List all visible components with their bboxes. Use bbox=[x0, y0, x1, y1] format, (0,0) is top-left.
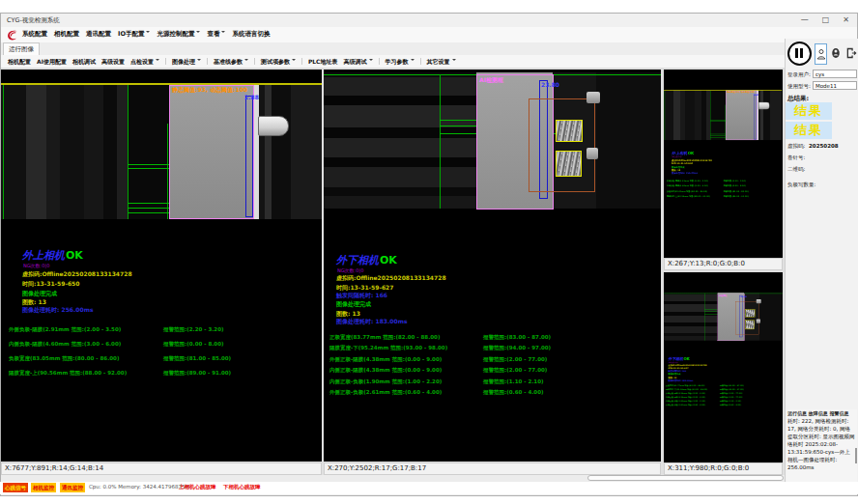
menu-item-view[interactable]: 查看 bbox=[207, 29, 225, 39]
model-input[interactable]: Mode11 bbox=[813, 81, 857, 90]
camera-title: 外上相机OK bbox=[22, 248, 83, 263]
toolbar-item-advanced-settings[interactable]: 高级设置 bbox=[101, 57, 125, 67]
minimize-button[interactable]: — bbox=[801, 15, 809, 24]
edge-line bbox=[440, 74, 441, 209]
log-text: 耗时: 222, 网络检测耗时: 17, 网络分类耗时: 0, 网络提取分区耗时… bbox=[787, 418, 855, 472]
menu-item-camera-config[interactable]: 相机配置 bbox=[54, 29, 79, 39]
done-line: 图像处理完成 bbox=[336, 300, 371, 309]
measurement-row: 外侧负极-隔膜(2.91mm 范围:(2.00 - 3.50) 报警范围:(2.… bbox=[1, 326, 322, 334]
measurement-name: 内侧负极-隔膜(4.60mm 范围:(3.00 - 6.00) bbox=[9, 341, 121, 348]
toolbar-item-spot-check[interactable]: 点检设置 bbox=[130, 57, 159, 67]
toolbar-item-baseline-params[interactable]: 基准线参数 bbox=[214, 57, 248, 67]
horizontal-scrollbar[interactable] bbox=[1, 475, 785, 482]
menu-item-light-control-config[interactable]: 光源控制配置 bbox=[157, 29, 200, 39]
user-label: 登录用户: bbox=[787, 71, 811, 78]
camera-canvas-lower[interactable]: AI检测框 23.80 外下相机OK NG次数:0|0 虚拟码:Offline2… bbox=[324, 70, 661, 462]
admin-user-button[interactable] bbox=[830, 43, 843, 65]
login-user-button[interactable] bbox=[815, 43, 827, 65]
log-tabs: 运行信息 故障信息 报警信息 bbox=[787, 410, 849, 416]
measurement-name: 外侧正极-负极(2.61mm 范围:(0.60 - 4.00) bbox=[666, 405, 705, 406]
menu-item-system-config[interactable]: 系统配置 bbox=[22, 29, 47, 39]
measurement-row: 外侧正极-隔膜(4.38mm 范围:(0.00 - 9.00) 报警范围:(2.… bbox=[324, 356, 661, 364]
user-input[interactable]: cys bbox=[813, 70, 857, 78]
menu-item-comm-config[interactable]: 通讯配置 bbox=[86, 29, 111, 39]
measurement-row: 内侧正极-隔膜(4.38mm 范围:(0.00 - 9.00) 报警范围:(2.… bbox=[324, 367, 661, 375]
elapsed-line: 图像处理耗时: 183.00ms bbox=[669, 378, 694, 381]
detection-roi-box: 静态阈值:93, 动态阈值:100 bbox=[726, 91, 757, 140]
threshold-label: 静态阈值:93, 动态阈值:100 bbox=[727, 91, 755, 94]
tab-run-image[interactable]: 运行图像 bbox=[3, 42, 40, 55]
pause-button[interactable] bbox=[787, 42, 812, 66]
ai-detect-box bbox=[745, 309, 755, 317]
camera-image: AI检测框 23.80 bbox=[664, 293, 783, 341]
upper-camera-fault: 上相机心跳故障 bbox=[179, 484, 216, 490]
measurement-alarm: 报警范围:(0.00 - 8.00) bbox=[163, 341, 223, 348]
measurement-name: 内侧负极-隔膜(4.60mm 范围:(3.00 - 6.00) bbox=[667, 184, 708, 187]
camera-title: 外下相机OK bbox=[336, 253, 397, 267]
maximize-button[interactable]: □ bbox=[822, 15, 830, 24]
measurement-alarm: 报警范围:(0.00 - 8.00) bbox=[724, 184, 746, 187]
measurement-alarm: 报警范围:(83.00 - 87.00) bbox=[483, 334, 551, 341]
measurement-name: 正极宽度(83.77mm 范围:(82.00 - 88.00) bbox=[666, 384, 704, 386]
barcode-label: 虚拟码: bbox=[787, 143, 805, 150]
menu-item-language-switch[interactable]: 系统语言切换 bbox=[232, 29, 270, 39]
toolbar-item-camera-debug[interactable]: 相机调试 bbox=[72, 57, 96, 67]
model-label: 使用型号: bbox=[787, 83, 811, 90]
measurement-row: 隔膜宽度-下(95.24mm 范围:(93.00 - 98.00) 报警范围:(… bbox=[324, 345, 661, 352]
clamp-object bbox=[757, 320, 760, 323]
measurement-name: 隔膜宽度-下(95.24mm 范围:(93.00 - 98.00) bbox=[329, 345, 447, 351]
count-label: 负极写数量: bbox=[787, 182, 815, 188]
toolbar-item-plc-address[interactable]: PLC地址表 bbox=[308, 57, 338, 67]
ai-detect-box bbox=[745, 321, 755, 330]
measurement-alarm: 报警范围:(89.00 - 91.00) bbox=[163, 370, 231, 377]
toolbar-item-camera-config[interactable]: 相机配置 bbox=[8, 57, 31, 67]
measurement-alarm: 报警范围:(94.00 - 97.00) bbox=[720, 388, 744, 390]
ai-roi-label: AI检测框 bbox=[479, 76, 503, 85]
measurement-row: 内侧负极-隔膜(4.60mm 范围:(3.00 - 6.00) 报警范围:(0.… bbox=[664, 184, 782, 187]
measurement-alarm: 报警范围:(89.00 - 91.00) bbox=[724, 195, 749, 198]
barcode-value: 20250208 bbox=[809, 143, 839, 149]
edge-line bbox=[440, 126, 476, 126]
camera-monitor-badge: 相机监控 bbox=[31, 483, 56, 492]
gauge-value-label: 2.88 bbox=[754, 94, 758, 97]
thumbnail-canvas-lower[interactable]: AI检测框 23.80 外下相机OK NG次数:0|0 虚拟码:Offline2… bbox=[664, 272, 783, 462]
elapsed-line: 图像处理耗时: 183.00ms bbox=[336, 318, 407, 326]
toolbar-item-advanced-debug[interactable]: 高级调试 bbox=[344, 57, 373, 67]
close-button[interactable]: ✕ bbox=[843, 15, 849, 24]
measurement-name: 隔膜宽度-上(90.56mm 范围:(88.00 - 92.00) bbox=[667, 195, 710, 198]
measurement-alarm: 报警范围:(2.00 - 77.00) bbox=[483, 367, 547, 374]
toolbar-item-ai-config[interactable]: AI使用配置 bbox=[37, 57, 67, 67]
clamp-object bbox=[757, 299, 761, 303]
barcode-line: 虚拟码:Offline20250208133134728 bbox=[22, 270, 132, 279]
measurement-name: 内侧正极-负极(1.90mm 范围:(1.00 - 2.20) bbox=[329, 378, 442, 385]
baseline-line bbox=[1, 83, 322, 85]
toolbar-item-learning-params[interactable]: 学习参数 bbox=[386, 57, 415, 67]
detection-roi-box: 静态阈值:93, 动态阈值:100 bbox=[169, 85, 254, 219]
measurement-name: 负极宽度(83.05mm 范围:(80.00 - 86.00) bbox=[9, 355, 119, 362]
measurement-name: 外侧正极-负极(2.61mm 范围:(0.60 - 4.00) bbox=[329, 389, 442, 396]
log-panel[interactable]: 运行信息 故障信息 报警信息 耗时: 222, 网络检测耗时: 17, 网络分类… bbox=[786, 409, 857, 483]
exit-button[interactable] bbox=[844, 43, 858, 65]
toolbar-item-test-params[interactable]: 测试项参数 bbox=[261, 57, 296, 67]
scrollbar-thumb[interactable] bbox=[587, 475, 784, 481]
toolbar-item-other-settings[interactable]: 其它设置 bbox=[427, 57, 456, 67]
thumbnail-canvas-upper[interactable]: 静态阈值:93, 动态阈值:100 2.88 外上相机OK NG次数:0|0 虚… bbox=[664, 70, 783, 258]
pin-label: 卷针号: bbox=[787, 154, 805, 161]
sidebar: 登录用户: cys 使用型号: Mode11 总结果: 结果 结果 虚拟码: 2… bbox=[785, 39, 858, 488]
log-scrollbar[interactable] bbox=[855, 448, 857, 463]
qr-label: 二维码: bbox=[787, 166, 805, 173]
cpu-memory-text: Cpu: 0.0% Memory: 3424.41796875M bbox=[89, 484, 189, 490]
measurement-alarm: 报警范围:(2.00 - 77.00) bbox=[720, 396, 742, 398]
gauge-value-label: 23.80 bbox=[541, 81, 559, 88]
measurement-name: 负极宽度(83.05mm 范围:(80.00 - 86.00) bbox=[667, 190, 707, 193]
menu-item-io-config[interactable]: IO手配置 bbox=[118, 29, 150, 39]
baseline-line bbox=[664, 90, 782, 91]
measure-gauge-box bbox=[245, 96, 253, 217]
exit-icon bbox=[845, 47, 857, 59]
camera-canvas-upper[interactable]: 静态阈值:93, 动态阈值:100 2.88 外上相机OK NG次数:0|0 虚… bbox=[1, 70, 322, 462]
pixel-status-bar: X:311;Y:980;R:0;G:0;B:0 bbox=[664, 462, 783, 475]
toolbar-item-image-processing[interactable]: 图像处理 bbox=[172, 57, 201, 67]
ai-detect-box bbox=[556, 151, 582, 177]
barcode-line: 虚拟码:Offline20250208133134728 bbox=[336, 274, 446, 283]
edge-line bbox=[440, 120, 476, 121]
